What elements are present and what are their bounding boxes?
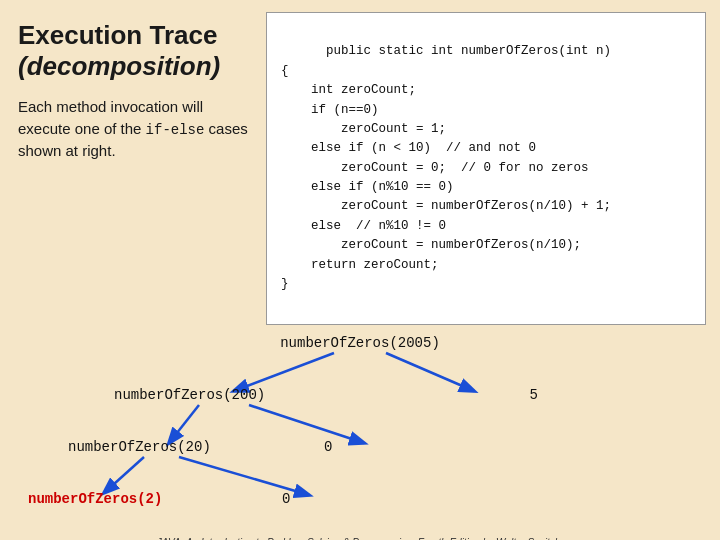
svg-line-4 [249, 405, 364, 443]
tree-level2-right: 0 [324, 439, 332, 455]
description-text: Each method invocation will execute one … [18, 96, 250, 162]
code-panel: public static int numberOfZeros(int n) {… [266, 12, 706, 325]
left-panel: Execution Trace (decomposition) Each met… [14, 12, 254, 325]
tree-section: numberOfZeros(2005) numberOfZeros(200) 5… [14, 325, 706, 531]
svg-line-1 [234, 353, 334, 391]
title-sub: (decomposition) [18, 51, 220, 81]
tree-level3-left: numberOfZeros(2) [28, 491, 162, 507]
tree-root: numberOfZeros(2005) [280, 335, 440, 351]
svg-line-5 [104, 457, 144, 493]
slide-title: Execution Trace (decomposition) [18, 20, 250, 82]
footer: JAVA: An Introduction to Problem Solving… [14, 535, 706, 540]
tree-diagram: numberOfZeros(2005) numberOfZeros(200) 5… [14, 331, 706, 531]
tree-level3-right: 0 [282, 491, 290, 507]
svg-line-2 [386, 353, 474, 391]
svg-line-6 [179, 457, 309, 495]
title-main: Execution Trace [18, 20, 217, 50]
tree-level1-right: 5 [530, 387, 538, 403]
top-section: Execution Trace (decomposition) Each met… [14, 12, 706, 325]
slide-container: Execution Trace (decomposition) Each met… [0, 0, 720, 540]
desc-code: if-else [146, 122, 205, 138]
code-line-1: public static int numberOfZeros(int n) {… [281, 44, 611, 291]
svg-line-3 [169, 405, 199, 443]
footer-line1: JAVA: An Introduction to Problem Solving… [157, 537, 563, 540]
tree-level2-left: numberOfZeros(20) [68, 439, 211, 455]
tree-level1-left: numberOfZeros(200) [114, 387, 265, 403]
